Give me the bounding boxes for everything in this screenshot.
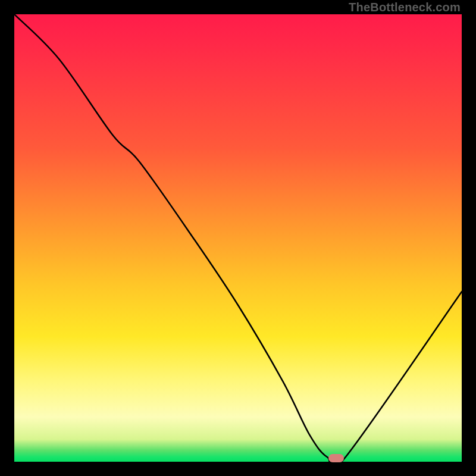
plot-area [14, 14, 462, 462]
optimal-point-marker [328, 454, 344, 462]
attribution-watermark: TheBottleneck.com [349, 1, 461, 14]
curve-layer [14, 14, 462, 462]
chart-container: TheBottleneck.com [0, 0, 476, 476]
bottleneck-curve-path [14, 14, 462, 462]
